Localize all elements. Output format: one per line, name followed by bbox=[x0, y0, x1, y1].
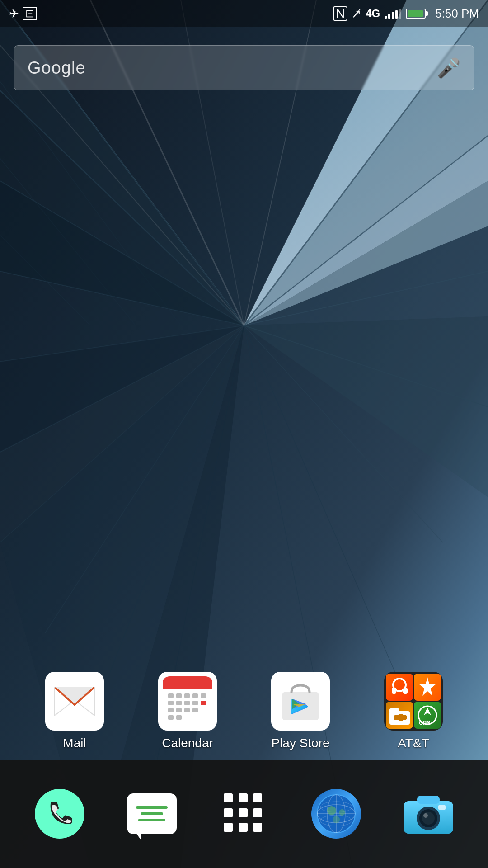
svg-rect-61 bbox=[168, 715, 174, 720]
svg-point-95 bbox=[333, 816, 340, 823]
svg-rect-55 bbox=[192, 701, 198, 705]
svg-rect-103 bbox=[438, 805, 446, 810]
app-calendar-label: Calendar bbox=[162, 736, 213, 750]
status-bar: ✈ ⊟ N ↗̸ 4G 5:50 PM bbox=[0, 0, 488, 27]
mail-icon bbox=[45, 672, 104, 731]
app-calendar[interactable]: Calendar bbox=[147, 672, 228, 750]
battery-icon bbox=[406, 9, 428, 19]
app-mail-label: Mail bbox=[63, 736, 86, 750]
network-type-icon: 4G bbox=[366, 8, 380, 19]
app-mail[interactable]: Mail bbox=[34, 672, 115, 750]
svg-marker-83 bbox=[424, 708, 431, 715]
svg-marker-76 bbox=[419, 677, 436, 696]
apps-grid-icon bbox=[224, 793, 264, 834]
calendar-icon bbox=[158, 672, 217, 731]
svg-rect-46 bbox=[163, 683, 212, 689]
svg-point-93 bbox=[327, 806, 336, 815]
svg-rect-59 bbox=[184, 708, 190, 712]
messages-icon bbox=[127, 793, 177, 834]
google-search-label: Google bbox=[28, 58, 86, 78]
dock-browser[interactable] bbox=[302, 778, 370, 850]
dock-messages[interactable] bbox=[118, 778, 186, 850]
svg-rect-49 bbox=[184, 693, 190, 698]
signal-off-icon: ✈ bbox=[9, 8, 19, 19]
att-folder-icon: GPS bbox=[384, 672, 443, 731]
svg-point-102 bbox=[423, 813, 428, 818]
app-playstore[interactable]: Play Store bbox=[260, 672, 341, 750]
nfc-icon: N bbox=[333, 6, 347, 21]
google-search-bar[interactable]: Google 🎤 bbox=[14, 45, 474, 90]
svg-point-81 bbox=[402, 715, 407, 720]
browser-globe-icon bbox=[311, 789, 361, 839]
svg-point-94 bbox=[339, 809, 345, 816]
svg-rect-58 bbox=[176, 708, 182, 712]
svg-rect-75 bbox=[403, 688, 408, 694]
phone-icon bbox=[35, 789, 84, 839]
dock-phone[interactable] bbox=[26, 778, 94, 850]
app-playstore-label: Play Store bbox=[271, 736, 329, 750]
svg-rect-57 bbox=[168, 708, 174, 712]
nav-dock bbox=[0, 760, 488, 868]
svg-rect-50 bbox=[192, 693, 198, 698]
voice-search-icon[interactable]: 🎤 bbox=[437, 57, 460, 79]
svg-rect-98 bbox=[417, 796, 440, 804]
svg-rect-54 bbox=[184, 701, 190, 705]
svg-rect-52 bbox=[168, 701, 174, 705]
app-row: Mail bbox=[0, 672, 488, 750]
status-time: 5:50 PM bbox=[435, 7, 479, 21]
no-signal-icon: ↗̸ bbox=[352, 8, 361, 19]
svg-text:GPS: GPS bbox=[419, 720, 430, 726]
svg-rect-56 bbox=[201, 701, 206, 705]
svg-rect-78 bbox=[389, 708, 399, 713]
svg-rect-47 bbox=[168, 693, 174, 698]
status-right-icons: N ↗̸ 4G 5:50 PM bbox=[333, 6, 479, 21]
svg-rect-53 bbox=[176, 701, 182, 705]
camera-icon bbox=[401, 791, 455, 836]
svg-rect-51 bbox=[201, 693, 206, 698]
svg-rect-74 bbox=[392, 688, 396, 694]
playstore-icon bbox=[271, 672, 330, 731]
screen-rotation-icon: ⊟ bbox=[23, 7, 37, 20]
signal-strength-icon bbox=[385, 9, 401, 19]
svg-point-101 bbox=[422, 812, 435, 825]
app-att-label: AT&T bbox=[398, 736, 429, 750]
dock-camera[interactable] bbox=[394, 778, 462, 850]
status-left-icons: ✈ ⊟ bbox=[9, 7, 37, 20]
svg-rect-48 bbox=[176, 693, 182, 698]
dock-apps-drawer[interactable] bbox=[210, 778, 278, 850]
app-att-folder[interactable]: GPS AT&T bbox=[373, 672, 454, 750]
svg-rect-62 bbox=[176, 715, 182, 720]
svg-rect-60 bbox=[192, 708, 198, 712]
